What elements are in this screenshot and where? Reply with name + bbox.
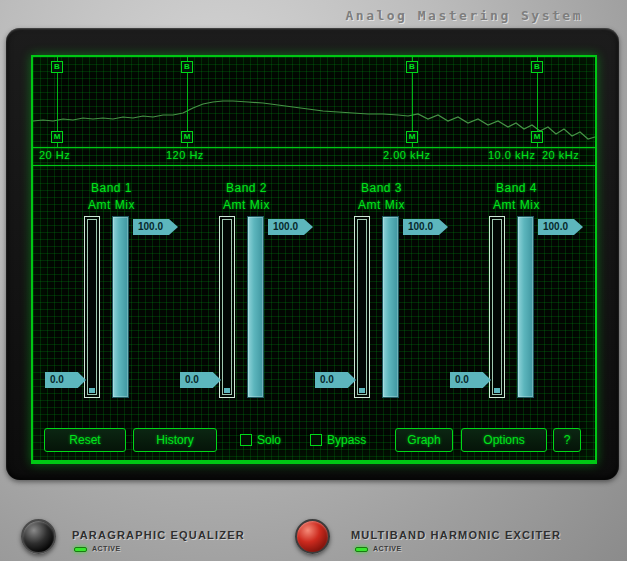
mix-slider[interactable] — [517, 216, 534, 398]
amt-slider[interactable] — [489, 216, 505, 398]
spectrum-curve — [33, 57, 595, 147]
exciter-active-led — [355, 547, 368, 552]
band-name: Band 3 — [314, 181, 449, 195]
mix-slider[interactable] — [382, 216, 399, 398]
band-group-1: Band 1 Amt Mix 0.0 100.0 — [44, 166, 179, 422]
band4-m-button[interactable]: M — [531, 131, 543, 143]
band2-b-button[interactable]: B — [181, 61, 193, 73]
amt-slider[interactable] — [219, 216, 235, 398]
band-name: Band 1 — [44, 181, 179, 195]
mix-value-tag[interactable]: 100.0 — [133, 219, 178, 235]
reset-button[interactable]: Reset — [44, 428, 126, 452]
band1-m-button[interactable]: M — [51, 131, 63, 143]
mix-value-tag[interactable]: 100.0 — [403, 219, 448, 235]
band3-m-button[interactable]: M — [406, 131, 418, 143]
amt-slider[interactable] — [84, 216, 100, 398]
equalizer-active-label: ACTIVE — [92, 545, 121, 552]
solo-label: Solo — [257, 433, 281, 447]
amt-slider-track — [87, 219, 97, 395]
band-group-4: Band 4 Amt Mix 0.0 100.0 — [449, 166, 584, 422]
frequency-scale: 20 Hz 120 Hz 2.00 kHz 10.0 kHz 20 kHz — [33, 147, 595, 165]
harmonic-exciter-knob[interactable] — [295, 519, 330, 554]
bands-area: Band 1 Amt Mix 0.0 100.0 Band 2 Amt Mix … — [33, 166, 595, 422]
amt-value-tag[interactable]: 0.0 — [315, 372, 356, 388]
solo-checkbox[interactable] — [240, 434, 252, 446]
lcd-display: B B B B M M M M 20 Hz 120 Hz 2.00 kHz 10… — [31, 55, 597, 464]
amt-value-tag[interactable]: 0.0 — [45, 372, 86, 388]
display-bezel: B B B B M M M M 20 Hz 120 Hz 2.00 kHz 10… — [6, 28, 619, 480]
amt-slider-track — [357, 219, 367, 395]
band-name: Band 4 — [449, 181, 584, 195]
graph-button[interactable]: Graph — [395, 428, 453, 452]
options-button[interactable]: Options — [461, 428, 547, 452]
exciter-label: MULTIBAND HARMONIC EXCITER — [351, 529, 561, 541]
amt-value-tag[interactable]: 0.0 — [180, 372, 221, 388]
mix-value-tag[interactable]: 100.0 — [268, 219, 313, 235]
freq-label-20khz: 20 kHz — [542, 149, 579, 161]
band-param-label: Amt Mix — [44, 198, 179, 212]
help-button[interactable]: ? — [553, 428, 581, 452]
plugin-window: Analog Mastering System B B B B M M M M — [0, 0, 627, 561]
equalizer-active-led — [74, 547, 87, 552]
spectrum-analyzer: B B B B M M M M — [33, 57, 595, 147]
freq-label-10khz: 10.0 kHz — [488, 149, 535, 161]
paragraphic-equalizer-knob[interactable] — [21, 519, 56, 554]
exciter-active-label: ACTIVE — [373, 545, 402, 552]
band4-b-button[interactable]: B — [531, 61, 543, 73]
amt-value-tag[interactable]: 0.0 — [450, 372, 491, 388]
bypass-label: Bypass — [327, 433, 366, 447]
band-param-label: Amt Mix — [449, 198, 584, 212]
history-button[interactable]: History — [133, 428, 217, 452]
lcd-toolbar: Reset History Solo Bypass Graph Options … — [33, 422, 595, 460]
band2-m-button[interactable]: M — [181, 131, 193, 143]
band-name: Band 2 — [179, 181, 314, 195]
mix-value-tag[interactable]: 100.0 — [538, 219, 583, 235]
band3-b-button[interactable]: B — [406, 61, 418, 73]
amt-slider[interactable] — [354, 216, 370, 398]
mix-slider[interactable] — [112, 216, 129, 398]
freq-label-2khz: 2.00 kHz — [383, 149, 430, 161]
bypass-checkbox[interactable] — [310, 434, 322, 446]
app-title: Analog Mastering System — [345, 8, 583, 23]
equalizer-label: PARAGRAPHIC EQUALIZER — [72, 529, 245, 541]
freq-label-120hz: 120 Hz — [166, 149, 204, 161]
amt-slider-track — [222, 219, 232, 395]
band-param-label: Amt Mix — [314, 198, 449, 212]
band-group-3: Band 3 Amt Mix 0.0 100.0 — [314, 166, 449, 422]
band-param-label: Amt Mix — [179, 198, 314, 212]
mix-slider[interactable] — [247, 216, 264, 398]
amt-slider-track — [492, 219, 502, 395]
band-group-2: Band 2 Amt Mix 0.0 100.0 — [179, 166, 314, 422]
freq-label-20hz: 20 Hz — [39, 149, 70, 161]
band1-b-button[interactable]: B — [51, 61, 63, 73]
